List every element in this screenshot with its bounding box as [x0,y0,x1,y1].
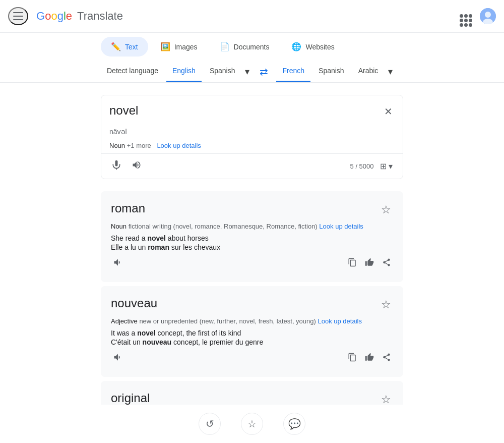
pos-line: Noun +1 more Look up details [101,140,403,153]
bottom-nav: ↺ ☆ 💬 [0,405,504,443]
translation-synonyms: fictional writing (novel, romance, Roman… [129,223,318,230]
share-translation-button[interactable] [380,256,393,271]
translation-actions [346,351,393,366]
tab-images[interactable]: 🖼️ Images [150,37,208,57]
history-button[interactable]: ↺ [199,413,221,435]
tab-text[interactable]: ✏️ Text [101,37,148,57]
nav-tabs: ✏️ Text 🖼️ Images 📄 Documents 🌐 Websites [0,33,504,61]
input-card: novel ✕ nävəl Noun +1 more Look up detai… [101,95,403,179]
input-area: novel ✕ [101,95,403,128]
avatar-image [480,8,496,24]
translation-example-tgt: C'était un nouveau concept, le premier d… [111,338,393,346]
target-language-bar: French Spanish Arabic ▾ [276,61,395,82]
translation-header: nouveau ☆ [111,296,393,313]
source-language-bar: Detect language English Spanish ▾ [101,61,251,82]
copy-translation-button[interactable] [346,256,359,271]
clear-input-button[interactable]: ✕ [382,103,395,120]
share-translation-button[interactable] [380,351,393,366]
input-footer: 5 / 5000 ⊞ ▾ [101,153,403,179]
format-options-button[interactable]: ⊞ ▾ [378,159,395,173]
community-button[interactable]: 💬 [283,413,305,435]
translation-pos-line: Noun fictional writing (novel, romance, … [111,223,393,230]
tgt-lang-more-button[interactable]: ▾ [386,62,395,81]
translation-pos: Adjective [111,317,138,325]
svg-point-1 [485,12,491,18]
translation-footer [111,350,393,367]
avatar[interactable] [480,8,496,24]
saved-icon: ☆ [241,413,263,435]
translation-input[interactable]: novel [109,103,382,124]
text-icon: ✏️ [111,42,121,51]
translation-word: nouveau [111,296,157,310]
apps-icon [456,10,468,22]
tgt-lang-spanish[interactable]: Spanish [312,61,350,82]
saved-button[interactable]: ☆ [241,413,263,435]
header-right [452,6,496,26]
microphone-button[interactable] [109,158,123,175]
google-translate-logo[interactable]: Google Translate [36,10,123,23]
microphone-icon [111,160,121,170]
translation-word: roman [111,201,145,215]
tab-documents[interactable]: 📄 Documents [210,37,280,57]
translation-synonyms: new or unpredented (new, further, novel,… [139,317,316,325]
share-icon [382,353,391,362]
translation-footer [111,255,393,272]
volume-icon [113,352,123,362]
community-icon: 💬 [283,413,305,435]
phonetic-text: nävəl [101,128,403,140]
copy-icon [348,353,357,362]
translation-example-src: She read a novel about horses [111,234,393,242]
thumbs-icon [365,353,374,362]
copy-translation-button[interactable] [346,351,359,366]
tgt-lang-french[interactable]: French [276,61,310,82]
volume-icon [132,160,142,170]
rate-translation-button[interactable] [363,256,376,271]
header: Google Translate [0,0,504,33]
menu-button[interactable] [8,7,28,25]
language-bar: Detect language English Spanish ▾ ⇄ Fren… [0,61,504,83]
translation-actions [346,256,393,271]
input-footer-left [109,158,144,175]
header-left: Google Translate [8,7,123,25]
share-icon [382,258,391,267]
translation-pos-line: Adjective new or unpredented (new, furth… [111,317,393,325]
documents-icon: 📄 [220,42,230,51]
pos-label: Noun [109,142,125,149]
rate-translation-button[interactable] [363,351,376,366]
translation-example-tgt: Elle a lu un roman sur les chevaux [111,243,393,251]
apps-button[interactable] [452,6,472,26]
translation-listen-button[interactable] [111,255,125,272]
swap-languages-button[interactable]: ⇄ [251,62,276,82]
history-icon: ↺ [199,413,221,435]
tab-websites[interactable]: 🌐 Websites [281,37,344,57]
websites-icon: 🌐 [291,42,301,51]
translation-listen-button[interactable] [111,350,125,367]
thumbs-icon [365,258,374,267]
tgt-lang-arabic[interactable]: Arabic [352,61,385,82]
pos-more: +1 more [127,142,151,149]
src-lang-detect[interactable]: Detect language [101,61,164,82]
translation-lookup-link[interactable]: Look up details [319,223,363,230]
save-translation-button[interactable]: ☆ [379,296,393,313]
src-lang-more-button[interactable]: ▾ [243,62,251,81]
logo-text: Google [36,10,72,23]
char-count: 5 / 5000 ⊞ ▾ [350,159,395,173]
volume-icon [113,257,123,267]
main-content: novel ✕ nävəl Noun +1 more Look up detai… [0,83,504,443]
translation-card: roman ☆ Noun fictional writing (novel, r… [101,191,403,282]
translation-pos: Noun [111,223,127,230]
translation-header: roman ☆ [111,201,393,218]
copy-icon [348,258,357,267]
volume-button[interactable] [130,158,144,175]
src-lang-spanish[interactable]: Spanish [204,61,241,82]
translation-word: original [111,391,150,405]
images-icon: 🖼️ [160,42,170,51]
src-lang-english[interactable]: English [166,61,202,82]
lookup-details-link[interactable]: Look up details [157,142,201,149]
save-translation-button[interactable]: ☆ [379,201,393,218]
logo-translate-text: Translate [77,10,123,23]
translation-card: nouveau ☆ Adjective new or unpredented (… [101,286,403,377]
translation-example-src: It was a novel concept, the first of its… [111,329,393,337]
translation-lookup-link[interactable]: Look up details [318,317,362,325]
